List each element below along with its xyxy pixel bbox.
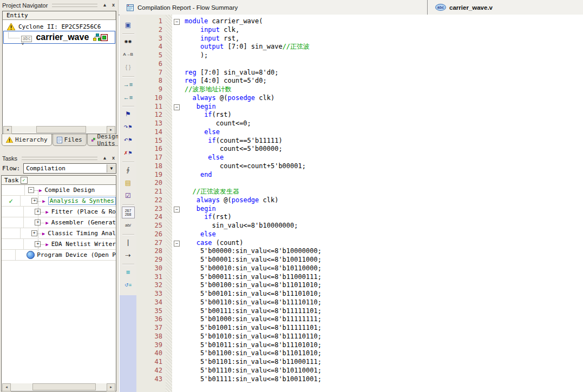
code-line[interactable]: 6 xyxy=(136,60,583,69)
code-line[interactable]: 15 if(count==5'b11111) xyxy=(136,137,583,145)
task-label[interactable]: Fitter (Place & Ro xyxy=(51,208,116,215)
code-editor[interactable]: 1−module carrier_wave(2 input clk,3 inpu… xyxy=(136,15,583,392)
code-line[interactable]: 27− case (count) xyxy=(136,239,583,248)
code-line[interactable]: 40 5'b01100:sin_valu<=8'b11011010; xyxy=(136,349,583,358)
entity-tree-row-selected[interactable]: abc v carrier_wave xyxy=(3,31,115,44)
code-line[interactable]: 10 always @(posedge clk) xyxy=(136,94,583,103)
task-label[interactable]: Compile Design xyxy=(44,187,95,194)
code-line[interactable]: 32 5'b00100:sin_valu<=8'b11011010; xyxy=(136,281,583,290)
code-line[interactable]: 37 5'b01001:sin_valu<=8'b11111101; xyxy=(136,324,583,333)
previous-bookmark-icon[interactable]: ↶⚑ xyxy=(122,134,135,146)
code-line[interactable]: 3 input rst, xyxy=(136,35,583,43)
expand-tree-icon[interactable]: + xyxy=(35,220,41,225)
comment-icon[interactable]: ab/ xyxy=(122,220,135,231)
code-line[interactable]: 19 end xyxy=(136,171,583,180)
find-icon[interactable]: ◉◉ xyxy=(122,36,135,48)
code-line[interactable]: 38 5'b01010:sin_valu<=8'b11110110; xyxy=(136,333,583,341)
expand-tree-icon[interactable]: + xyxy=(31,230,37,236)
expand-tree-icon[interactable]: + xyxy=(35,209,41,215)
code-line[interactable]: 5 ); xyxy=(136,51,583,60)
align-lines-icon[interactable]: ≡ xyxy=(122,266,135,278)
revert-align-icon[interactable]: ↺≡ xyxy=(122,279,135,291)
task-row[interactable]: +▶EDA Netlist Writer xyxy=(2,239,116,250)
code-line[interactable]: 24 if(rst) xyxy=(136,213,583,222)
code-line[interactable]: 25 sin_valu<=8'b10000000; xyxy=(136,222,583,230)
tab-carrier-wave-v[interactable]: abc carrier_wave.v xyxy=(427,0,583,15)
task-hscrollbar[interactable]: ◂ ▸ xyxy=(2,383,115,390)
code-line[interactable]: 35 5'b00111:sin_valu<=8'b11111101; xyxy=(136,307,583,316)
code-line[interactable]: 2 input clk, xyxy=(136,26,583,35)
scroll-right-icon[interactable]: ▸ xyxy=(107,383,115,391)
tab-files[interactable]: Files xyxy=(53,134,87,146)
code-line[interactable]: 43 5'b01111:sin_valu<=8'b10011001; xyxy=(136,375,583,384)
code-line[interactable]: 39 5'b01011:sin_valu<=8'b11101010; xyxy=(136,341,583,350)
task-row[interactable]: ✓+▶Analysis & Synthes xyxy=(2,196,116,207)
task-row[interactable]: +▶Assembler (Generat xyxy=(2,217,116,228)
column-edit-icon[interactable]: | xyxy=(122,236,135,248)
fold-collapse-icon[interactable]: − xyxy=(174,104,180,110)
chevron-down-icon[interactable]: ▼ xyxy=(107,164,116,172)
line-numbers-icon[interactable]: 267268 xyxy=(122,207,135,218)
collapse-tree-icon[interactable]: − xyxy=(28,187,34,193)
code-line[interactable]: 12 if(rst) xyxy=(136,111,583,119)
panel-grip[interactable] xyxy=(52,4,97,7)
close-icon[interactable]: x xyxy=(110,155,117,162)
code-line[interactable]: 22 always @(posedge clk) xyxy=(136,196,583,205)
expand-tree-icon[interactable]: + xyxy=(35,241,41,247)
scroll-left-icon[interactable]: ◂ xyxy=(2,383,11,391)
tab-compilation-report[interactable]: Compilation Report - Flow Summary xyxy=(119,0,427,15)
next-bookmark-icon[interactable]: ↷⚑ xyxy=(122,121,135,133)
code-line[interactable]: 14 else xyxy=(136,128,583,137)
toggle-bookmark-icon[interactable]: ⚑ xyxy=(122,108,135,120)
code-line[interactable]: 13 count<=0; xyxy=(136,119,583,128)
flow-dropdown[interactable]: Compilation ▼ xyxy=(23,163,116,174)
code-line[interactable]: 28 5'b00000:sin_valu<=8'b10000000; xyxy=(136,247,583,256)
fold-collapse-icon[interactable]: − xyxy=(174,19,180,25)
replace-icon[interactable]: A→B xyxy=(122,49,135,61)
scroll-thumb[interactable] xyxy=(36,126,86,133)
task-row[interactable]: +▶Classic Timing Anal xyxy=(2,228,116,239)
task-label[interactable]: Assembler (Generat xyxy=(51,219,116,226)
entity-tree-hscrollbar[interactable]: ◂ ▸ xyxy=(3,126,115,133)
code-line[interactable]: 36 5'b01000:sin_valu<=8'b11111111; xyxy=(136,315,583,324)
panel-grip[interactable] xyxy=(22,157,97,160)
goto-line-icon[interactable]: ⇢ xyxy=(122,249,135,261)
code-line[interactable]: 7reg [7:0] sin_valu=8'd0; xyxy=(136,69,583,77)
scroll-left-icon[interactable]: ◂ xyxy=(3,126,12,134)
attach-icon[interactable]: ∮ xyxy=(122,164,135,176)
code-line[interactable]: 4 output [7:0] sin_wave//正弦波 xyxy=(136,43,583,51)
code-line[interactable]: 41 5'b01101:sin_valu<=8'b11000111; xyxy=(136,358,583,367)
tab-hierarchy[interactable]: Hierarchy xyxy=(2,134,52,146)
insert-file-icon[interactable]: ▣ xyxy=(122,19,135,31)
code-line[interactable]: 23− begin xyxy=(136,205,583,214)
code-line[interactable]: 31 5'b00011:sin_valu<=8'b11000111; xyxy=(136,273,583,282)
clear-bookmarks-icon[interactable]: ✗⚑ xyxy=(122,147,135,159)
code-line[interactable]: 42 5'b01110:sin_valu<=8'b10110001; xyxy=(136,367,583,375)
code-line[interactable]: 29 5'b00001:sin_valu<=8'b10011000; xyxy=(136,256,583,264)
code-line[interactable]: 16 count<=5'b00000; xyxy=(136,145,583,154)
decrease-indent-icon[interactable]: ←≡ xyxy=(122,91,135,103)
fold-collapse-icon[interactable]: − xyxy=(174,241,180,247)
task-label[interactable]: Program Device (Open P xyxy=(37,251,116,258)
instance-icon[interactable] xyxy=(101,34,108,41)
collapse-icon[interactable]: ▴ xyxy=(101,155,108,162)
task-row[interactable]: +▶Fitter (Place & Ro xyxy=(2,207,116,217)
code-line[interactable]: 30 5'b00010:sin_valu<=8'b10110000; xyxy=(136,264,583,273)
code-line[interactable]: 18 count<=count+5'b00001; xyxy=(136,162,583,171)
task-row[interactable]: −▶Compile Design xyxy=(2,185,116,196)
code-line[interactable]: 33 5'b00101:sin_valu<=8'b11101010; xyxy=(136,290,583,298)
code-line[interactable]: 11− begin xyxy=(136,103,583,111)
code-line[interactable]: 17 else xyxy=(136,154,583,162)
task-row[interactable]: Program Device (Open P xyxy=(2,250,116,261)
task-check-all-icon[interactable]: ✓ xyxy=(21,177,28,184)
match-brace-icon[interactable]: { } xyxy=(122,62,135,74)
close-icon[interactable]: x xyxy=(110,2,117,9)
increase-indent-icon[interactable]: →≡ xyxy=(122,78,135,90)
code-line[interactable]: 34 5'b00110:sin_valu<=8'b11110110; xyxy=(136,298,583,307)
code-line[interactable]: 21 //正弦波发生器 xyxy=(136,188,583,196)
device-tree-row[interactable]: Cyclone II: EP2C5F256C6 xyxy=(3,21,116,32)
expand-tree-icon[interactable]: + xyxy=(31,198,37,204)
code-line[interactable]: 8reg [4:0] count=5'd0; xyxy=(136,77,583,85)
code-line[interactable]: 1−module carrier_wave( xyxy=(136,17,583,26)
fold-collapse-icon[interactable]: − xyxy=(174,207,180,212)
